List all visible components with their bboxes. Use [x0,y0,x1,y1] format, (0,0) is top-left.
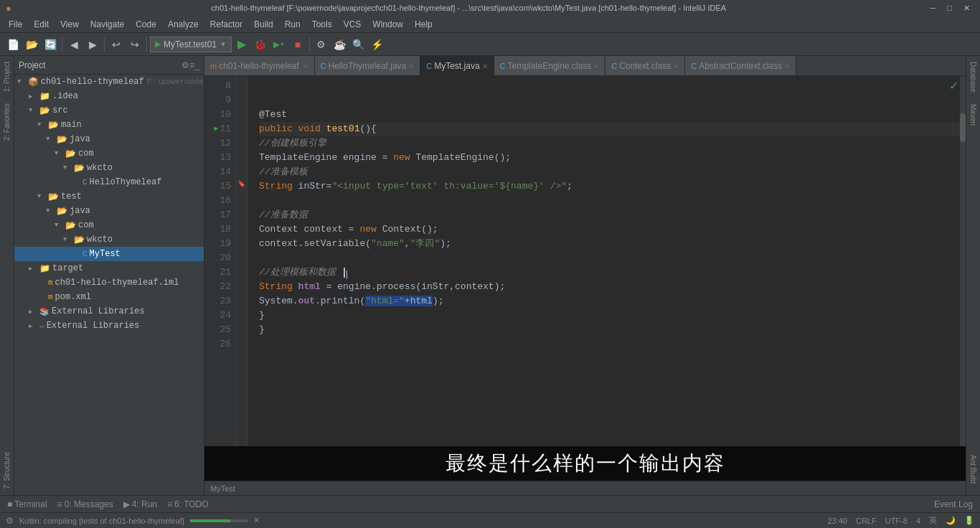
separator4 [309,37,310,52]
tab-ch01[interactable]: m ch01-hello-thymeleaf ✕ [204,56,315,76]
todo-label: 6: TODO [174,499,209,509]
tree-item-scratches[interactable]: ▶ ✏ External Libraries [14,319,204,333]
tab-abstractcontext[interactable]: C AbstractContext.class ✕ [685,56,796,76]
tab-close-templateengine[interactable]: ✕ [593,62,599,70]
code-content[interactable]: @Test public void test01(){ //创建模板引擎 Tem… [248,76,960,446]
tree-item-wkcto-test[interactable]: ▼ 📂 wkcto [14,232,204,247]
green-check-indicator: ✓ [949,79,958,93]
forward-btn[interactable]: ▶ [84,36,101,53]
stop-btn[interactable]: ■ [289,36,306,53]
minimize-button[interactable]: ─ [926,4,941,13]
menu-window[interactable]: Window [367,18,409,31]
panel-tab-favorites[interactable]: 2: Favorites [1,98,12,146]
back-btn[interactable]: ◀ [65,36,83,53]
debug-btn[interactable]: 🐞 [252,36,269,53]
tab-close-abstractcontext[interactable]: ✕ [784,62,790,70]
menu-help[interactable]: Help [409,18,438,31]
tab-label-abstractcontext: AbstractContext.class [699,61,782,71]
progress-cancel-icon[interactable]: ✕ [253,516,260,525]
code-line-22: String html = engine.process(inStr,conte… [259,280,960,294]
panel-tab-antbuild[interactable]: Ant Build [968,449,979,489]
maximize-button[interactable]: □ [943,4,956,13]
sidebar-header: Project ⚙ ≡ _ [14,56,204,75]
redo-btn[interactable]: ↪ [126,36,143,53]
tab-icon-abstractcontext: C [691,62,697,70]
menu-edit[interactable]: Edit [28,18,55,31]
tree-item-target[interactable]: ▶ 📁 target [14,261,204,275]
tree-item-com-main[interactable]: ▼ 📂 com [14,146,204,161]
folder-icon: 📂 [74,235,85,245]
menu-vcs[interactable]: VCS [338,18,367,31]
sidebar-collapse-btn[interactable]: _ [194,60,199,70]
tab-icon-hellothymeleaf: C [321,62,326,70]
run-config-dropdown[interactable]: ▶ MyTest.test01 ▼ [150,37,232,52]
tree-item-extlibs[interactable]: ▶ 📚 External Libraries [14,304,204,319]
sdk-btn[interactable]: ☕ [331,36,349,53]
menu-file[interactable]: File [3,18,28,31]
tab-close-context[interactable]: ✕ [673,62,679,70]
tree-label: wkcto [87,235,113,245]
scroll-thumb[interactable] [960,113,966,142]
open-btn[interactable]: 📂 [23,36,40,53]
menu-refactor[interactable]: Refactor [204,18,248,31]
status-lineending[interactable]: CRLF [856,517,877,525]
messages-btn[interactable]: ≡ 0: Messages [53,498,118,511]
menu-navigate[interactable]: Navigate [85,18,130,31]
settings-btn[interactable]: ⚙ [313,36,330,53]
panel-tab-maven[interactable]: Maven [968,98,979,131]
tree-item-main[interactable]: ▼ 📂 main [14,118,204,132]
new-file-btn[interactable]: 📄 [4,36,22,53]
sync-btn[interactable]: 🔄 [42,36,59,53]
tree-item-iml[interactable]: m ch01-hello-thymeleaf.iml [14,275,204,290]
tree-item-test[interactable]: ▼ 📂 test [14,189,204,204]
title-text: ch01-hello-thymeleaf [F:\powernode\javap… [11,4,926,12]
code-editor[interactable]: ✓ 8 9 10 ▶ 11 12 13 14 15 16 17 18 [204,76,966,446]
sidebar-settings-btn[interactable]: ⚙ [182,60,189,70]
tab-mytest[interactable]: C MyTest.java ✕ [420,56,494,76]
run-anything-btn[interactable]: ⚡ [369,36,386,53]
run-btn[interactable]: ▶ [233,36,250,53]
panel-tab-project[interactable]: 1: Project [1,56,12,98]
terminal-btn[interactable]: ■ Terminal [3,498,52,511]
menu-view[interactable]: View [55,18,85,31]
tree-item-hellothymeleaf[interactable]: C HelloThymeleaf [14,175,204,189]
arrow-icon: ▼ [55,150,63,157]
tree-item-idea[interactable]: ▶ 📁 .idea [14,89,204,103]
tree-item-wkcto-main[interactable]: ▼ 📂 wkcto [14,161,204,175]
panel-tab-structure[interactable]: 7: Structure [1,446,12,495]
run-panel-btn[interactable]: ▶ 4: Run [119,498,161,511]
run-coverage-btn[interactable]: ▶✦ [270,36,288,53]
menu-tools[interactable]: Tools [306,18,338,31]
event-log-btn[interactable]: Event Log [930,498,977,511]
status-charset[interactable]: UTF-8 [885,517,908,525]
close-button[interactable]: ✕ [959,4,974,13]
tab-close-mytest[interactable]: ✕ [482,62,488,70]
bookmark-icon: 🔖 [237,180,245,187]
tree-item-ch01[interactable]: ▼ 📦 ch01-hello-thymeleaf F:\powernode [14,75,204,89]
menu-code[interactable]: Code [130,18,162,31]
arrow-icon: ▼ [37,193,46,200]
menu-build[interactable]: Build [248,18,279,31]
tree-item-java-test[interactable]: ▼ 📂 java [14,204,204,218]
search-everywhere-btn[interactable]: 🔍 [350,36,367,53]
tab-hellothymeleaf[interactable]: C HelloThymeleaf.java ✕ [315,56,421,76]
tree-item-com-test[interactable]: ▼ 📂 com [14,218,204,232]
panel-tab-database[interactable]: Database [968,56,979,98]
menu-run[interactable]: Run [279,18,306,31]
menu-analyze[interactable]: Analyze [162,18,204,31]
todo-btn[interactable]: ≡ 6: TODO [163,498,213,511]
tab-close-ch01[interactable]: ✕ [303,62,308,70]
undo-btn[interactable]: ↩ [108,36,125,53]
tree-item-mytest[interactable]: C MyTest [14,247,204,261]
tab-close-hellothymeleaf[interactable]: ✕ [408,62,414,70]
tree-item-pom[interactable]: m pom.xml [14,290,204,304]
code-line-15: String inStr="<input type='text' th:valu… [259,179,960,194]
tab-context[interactable]: C Context.class ✕ [606,56,685,76]
code-line-14: //准备模板 [259,165,960,179]
tree-label: .idea [52,91,78,101]
tab-icon-mytest: C [426,62,432,70]
tree-item-src[interactable]: ▼ 📂 src [14,103,204,118]
tree-item-java-main[interactable]: ▼ 📂 java [14,132,204,146]
tab-templateengine[interactable]: C TemplateEngine.class ✕ [494,56,606,76]
vertical-scrollbar[interactable] [960,76,966,446]
